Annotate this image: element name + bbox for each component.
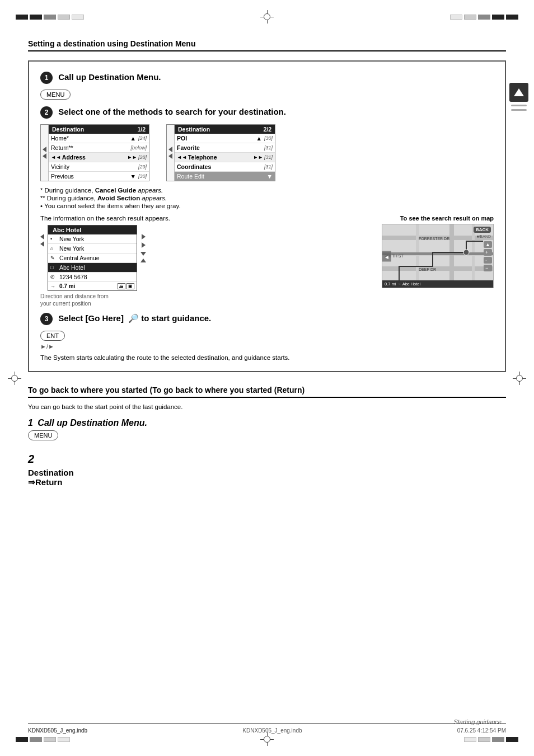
step1-num: 1 (40, 72, 53, 84)
step1-row: 1 Call up Destination Menu. (40, 72, 494, 84)
result-row-2: ✎ Central Avenue (48, 253, 137, 263)
table1-row-0: Home* ▲ [24] (49, 134, 149, 143)
map-back-btn[interactable]: BACK (474, 227, 491, 233)
result-row-1: ⌂ New York (48, 244, 137, 253)
step2-row: 2 Select one of the methods to search fo… (40, 106, 494, 119)
band-label: ■/BAND (476, 234, 491, 238)
step3-suffix: to start guidance. (141, 313, 211, 323)
step2-num: 2 (40, 106, 53, 119)
step3-row: 3 Select [Go Here] 🔎 to start guidance. (40, 313, 494, 325)
right-crosshair (513, 372, 526, 385)
bottom-right-marks (464, 737, 518, 742)
table1-left-nav (41, 125, 49, 181)
svg-rect-3 (416, 224, 419, 288)
sec2-step1-text: Call up Destination Menu. (38, 418, 147, 428)
dest-table-1: Destination 1/2 Home* ▲ [24] Return** [b… (40, 124, 149, 181)
sec2-step2-dest: Destination (28, 468, 506, 477)
table2-row-2: ◄◄ Telephone ►► [31] (175, 153, 275, 162)
result-row-0: • New York (48, 234, 137, 244)
table1-row-1: Return** [below] (49, 143, 149, 153)
step1-title: Call up Destination Menu. (58, 72, 161, 82)
to-map-label: To see the search result on map (382, 215, 494, 222)
page-category: Starting guidance (453, 719, 502, 725)
bottom-left-marks (16, 737, 70, 742)
sec2-step2-num: 2 (28, 453, 506, 466)
section1-title: Setting a destination using Destination … (28, 39, 506, 51)
top-right-marks (450, 15, 518, 20)
result-box: Abc Hotel • New York ⌂ New York ✎ Centra… (48, 225, 137, 291)
result-row-4: ✆ 1234 5678 (48, 273, 137, 282)
right-sidebar (509, 83, 528, 111)
table1-row-3: Vicinity [29] (49, 162, 149, 172)
section2-title: To go back to where you started (To go b… (28, 386, 506, 398)
step3-button[interactable]: ENT (40, 331, 65, 341)
result-row-3-active: □ Abc Hotel (48, 263, 137, 273)
page-number-area: Starting guidance (453, 719, 506, 725)
table2-row-3: Coordinates [31] (175, 162, 275, 172)
table2-row-1: Favorite [31] (175, 143, 275, 153)
step2-title: Select one of the methods to search for … (58, 107, 286, 116)
svg-point-7 (463, 250, 469, 255)
note-1: ** During guidance, Avoid Section appear… (40, 195, 494, 201)
search-result-left: The information on the search result app… (40, 215, 373, 307)
result-left-nav (40, 225, 44, 247)
step3-num: 3 (40, 313, 53, 325)
sec2-step1-title: 1 Call up Destination Menu. (28, 418, 506, 428)
section2: To go back to where you started (To go b… (28, 386, 506, 487)
top-left-marks (16, 15, 84, 20)
section2-sub-note: You can go back to the start point of th… (28, 403, 506, 410)
table1-header: Destination 1/2 (49, 125, 149, 134)
top-reg-marks (0, 10, 534, 24)
final-note: The System starts calculating the route … (40, 354, 494, 361)
step3-title: Select [Go Here] (58, 313, 124, 323)
sec2-step1: 1 Call up Destination Menu. MENU (28, 418, 506, 447)
search-result-area: The information on the search result app… (40, 215, 494, 307)
map-controls: ▲ + · − (483, 240, 493, 273)
left-crosshair (8, 372, 21, 385)
search-result-right: To see the search result on map (382, 215, 494, 288)
step1-button[interactable]: MENU (40, 90, 71, 100)
bottom-center-crosshair (260, 732, 274, 746)
result-right-nav (140, 225, 146, 263)
nav-arrow-icon (509, 83, 528, 102)
notes-section: * During guidance, Cancel Guide appears.… (40, 187, 494, 209)
play-symbol: ►/► (40, 343, 494, 350)
sec2-step1-num: 1 (28, 418, 33, 428)
direction-note: Direction and distance from your current… (40, 293, 119, 307)
dest-table-2: Destination 2/2 POI ▲ [30] Favorite [31]… (166, 124, 275, 181)
result-box-header: Abc Hotel (48, 226, 137, 234)
table2-header: Destination 2/2 (175, 125, 275, 134)
bottom-reg-marks (0, 732, 534, 746)
table1-row-4: Previous ▼ [30] (49, 172, 149, 181)
map-left-arrow[interactable]: ◄ (382, 251, 391, 261)
map-preview: FORRESTER DR 256 TH ST DEEP DR 0.7 mi → … (382, 224, 494, 288)
top-center-crosshair (260, 10, 274, 24)
table2-left-nav (167, 125, 175, 181)
map-info-bar: 0.7 mi → Abc Hotel (382, 280, 493, 288)
sec2-step2: 2 Destination ⇒Return (28, 453, 506, 487)
search-info-text: The information on the search result app… (40, 215, 373, 222)
sec2-step2-return: ⇒Return (28, 477, 506, 487)
svg-rect-4 (449, 224, 454, 288)
note-0: * During guidance, Cancel Guide appears. (40, 187, 494, 194)
table2-row-0: POI ▲ [30] (175, 134, 275, 143)
table1-row-2: ◄◄ Address ►► [28] (49, 153, 149, 162)
result-outer: Abc Hotel • New York ⌂ New York ✎ Centra… (40, 225, 373, 291)
instruction-box: 1 Call up Destination Menu. MENU 2 Selec… (28, 60, 506, 372)
svg-rect-5 (472, 224, 475, 288)
result-row-5: → 0.7 mi ⛰ ▣ (48, 282, 137, 290)
sec2-step1-button[interactable]: MENU (28, 430, 58, 440)
dest-tables-area: Destination 1/2 Home* ▲ [24] Return** [b… (40, 124, 494, 181)
table2-row-4: Route Edit ▼ (175, 172, 275, 181)
note-2: • You cannot select the items when they … (40, 203, 494, 209)
